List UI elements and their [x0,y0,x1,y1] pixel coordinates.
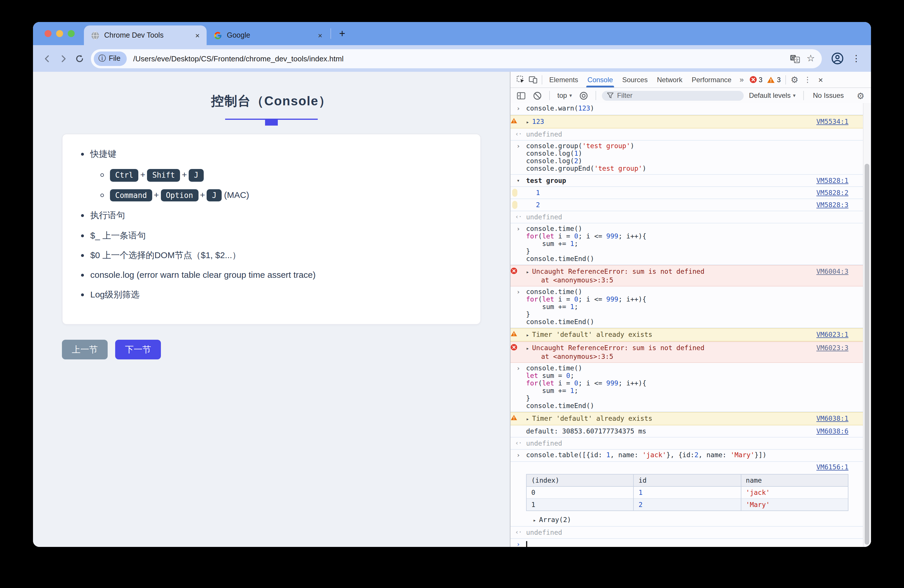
devtools-settings-icon[interactable]: ⚙ [788,74,801,85]
context-label: top [557,92,567,100]
devtools-tab-performance[interactable]: Performance [687,72,736,87]
reload-button[interactable] [71,51,87,66]
console-source-link[interactable]: VM5828:2 [816,189,849,197]
console-row-result[interactable]: ‹·undefined [510,128,863,141]
browser-tab-2[interactable]: Google× [207,25,329,45]
back-button[interactable] [39,51,55,66]
translate-icon[interactable]: G文 [790,54,800,63]
console-row-warning[interactable]: ▸123VM5534:1 [510,115,863,128]
console-row-result[interactable]: ‹·undefined [510,211,863,223]
console-table[interactable]: (index)idname01'jack'12'Mary' [526,474,849,511]
console-source-link[interactable]: VM6004:3 [816,267,849,275]
expand-caret-icon[interactable]: ▸ [526,416,529,422]
console-row-table[interactable]: (index)idname01'jack'12'Mary' [510,472,863,514]
expand-caret-icon[interactable]: ▸ [526,119,529,125]
more-tabs-icon[interactable]: » [736,75,747,84]
scrollbar-track[interactable] [863,103,871,547]
console-row-group-header[interactable]: ▾test groupVM5828:1 [510,175,863,187]
prev-section-button[interactable]: 上一节 [62,340,107,359]
expand-caret-icon[interactable]: ▸ [526,269,529,275]
expand-caret-icon[interactable]: ▸ [533,517,536,523]
console-row-result[interactable]: ‹·undefined [510,438,863,450]
new-tab-button[interactable]: + [332,28,352,39]
console-row-echo[interactable]: ›console.table([{id: 1, name: 'jack'}, {… [510,450,863,462]
console-settings-icon[interactable]: ⚙ [854,90,867,101]
forward-button[interactable] [55,51,71,66]
console-row-group-item[interactable]: 1VM5828:2 [510,187,863,199]
live-expression-eye-icon[interactable] [577,90,590,101]
console-row-echo[interactable]: ›console.warn(123) [510,103,863,115]
console-row-warning[interactable]: ▸Timer 'default' already existsVM6023:1 [510,328,863,341]
next-section-button[interactable]: 下一节 [115,340,161,359]
key-option: Option [161,189,198,202]
devtools-menu-icon[interactable]: ⋮ [801,75,814,84]
console-row-log[interactable]: default: 30853.607177734375 msVM6038:6 [510,425,863,438]
devtools-tab-sources[interactable]: Sources [618,72,652,87]
log-levels-selector[interactable]: Default levels ▾ [747,92,797,100]
console-row-error[interactable]: ▸Uncaught ReferenceError: sum is not def… [510,265,863,286]
console-source-link[interactable]: VM5828:1 [816,177,849,185]
console-filter-input[interactable]: Filter [602,90,744,100]
table-row[interactable]: 12'Mary' [526,499,848,511]
profile-avatar-icon[interactable] [831,52,844,65]
console-source-link[interactable]: VM6023:3 [816,344,849,352]
console-input[interactable]: › [510,539,863,547]
maximize-window-button[interactable] [68,30,75,37]
console-row-echo[interactable]: ›console.time()for(let i = 0; i <= 999; … [510,286,863,328]
console-sidebar-icon[interactable] [515,90,527,101]
url-scheme-chip[interactable]: ⓘ File [94,51,127,66]
context-selector[interactable]: top ▾ [556,92,574,100]
input-echo-icon: › [510,142,526,150]
url-bar[interactable]: ⓘ File /Users/eve/Desktop/CS/Frontend/ch… [91,49,822,68]
device-toolbar-icon[interactable] [527,74,539,85]
scrollbar-thumb[interactable] [864,164,869,545]
console-token: 2 [694,451,699,459]
console-source-link[interactable]: VM6156:1 [816,463,849,471]
console-source-link[interactable]: VM6038:1 [816,414,849,422]
console-token: 1 [570,303,574,311]
console-row-array-preview[interactable]: ▸Array(2) [510,514,863,526]
bookmark-star-icon[interactable]: ☆ [806,54,815,63]
table-header-cell[interactable]: name [741,474,848,487]
console-row-error[interactable]: ▸Uncaught ReferenceError: sum is not def… [510,341,863,363]
table-header-cell[interactable]: id [634,474,741,487]
console-token: ; [574,303,578,311]
plus-separator: + [200,190,205,200]
error-count-badge[interactable]: 3 [747,76,765,83]
console-row-echo[interactable]: ›console.group('test group')console.log(… [510,141,863,175]
console-token: console.warn( [526,104,578,112]
warning-count-badge[interactable]: 3 [765,76,783,83]
clear-console-icon[interactable] [531,90,544,101]
browser-menu-icon[interactable]: ⋮ [850,53,863,64]
console-row-group-item[interactable]: 2VM5828:3 [510,199,863,211]
console-row-echo[interactable]: ›console.time()for(let i = 0; i <= 999; … [510,223,863,265]
toolbar-separator [803,91,804,100]
console-row-echo[interactable]: ›console.time()let sum = 0;for(let i = 0… [510,363,863,412]
console-token: ; i <= [578,295,606,303]
expand-caret-icon[interactable]: ▸ [526,346,529,351]
browser-tab-1[interactable]: Chrome Dev Tools× [84,25,207,45]
minimize-window-button[interactable] [56,30,63,37]
devtools-tab-elements[interactable]: Elements [545,72,583,87]
close-window-button[interactable] [44,30,52,37]
return-value-icon: ‹· [510,528,526,536]
console-token: ; i++){ [618,379,646,387]
console-row-text: undefined [526,213,849,221]
tab-close-icon[interactable]: × [194,31,201,40]
tab-close-icon[interactable]: × [317,31,324,40]
console-row-warning[interactable]: ▸Timer 'default' already existsVM6038:1 [510,412,863,425]
devtools-close-icon[interactable]: × [814,75,827,84]
console-source-link[interactable]: VM5828:3 [816,201,849,209]
expand-caret-icon[interactable]: ▸ [526,332,529,338]
console-source-link[interactable]: VM6038:6 [816,427,849,435]
inspect-element-icon[interactable] [514,74,527,85]
console-row-result[interactable]: ‹·undefined [510,526,863,539]
devtools-tab-console[interactable]: Console [583,72,618,87]
console-row-link-only[interactable]: VM6156:1 [510,462,863,472]
console-source-link[interactable]: VM5534:1 [816,117,849,126]
console-source-link[interactable]: VM6023:1 [816,330,849,338]
table-row[interactable]: 01'jack' [526,487,848,499]
devtools-tab-network[interactable]: Network [652,72,687,87]
issues-status[interactable]: No Issues [809,92,847,100]
table-header-cell[interactable]: (index) [526,474,634,487]
